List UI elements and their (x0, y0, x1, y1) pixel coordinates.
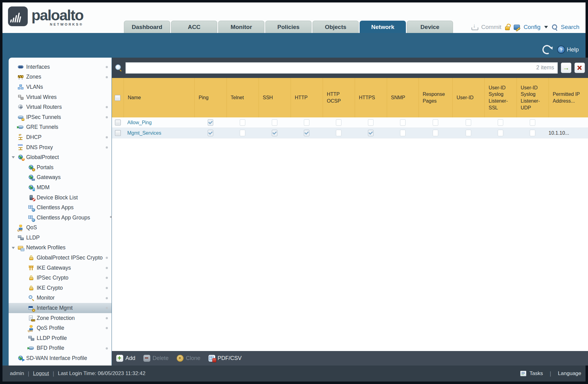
sidebar-item-sd-wan-interface-profile[interactable]: SD-WAN Interface Profile (9, 353, 112, 363)
sidebar-item-zones[interactable]: Zones (9, 72, 112, 82)
help-icon[interactable]: ? (557, 46, 565, 54)
sidebar-item-portals[interactable]: Portals (9, 162, 112, 173)
sidebar-item-ike-gateways[interactable]: IKE Gateways (9, 263, 112, 273)
sidebar-item-label: Interface Mgmt (37, 305, 73, 311)
commit-icon[interactable] (471, 24, 478, 31)
config-caret-icon[interactable] (544, 26, 548, 28)
tab-policies[interactable]: Policies (265, 21, 312, 33)
sidebar-item-zone-protection[interactable]: Zone Protection (9, 313, 112, 323)
language-button[interactable]: Language (558, 370, 581, 377)
sidebar-item-clientless-apps[interactable]: Clientless Apps (9, 202, 112, 213)
apply-filter-button[interactable]: → (561, 63, 571, 73)
portals-icon (28, 165, 34, 170)
tab-objects[interactable]: Objects (312, 21, 359, 33)
tab-network[interactable]: Network (360, 21, 406, 33)
column-header-telnet[interactable]: Telnet (227, 78, 259, 117)
item-dot (106, 66, 108, 68)
sidebar-item-lldp-profile[interactable]: LLDP Profile (9, 333, 112, 343)
sidebar-item-interfaces[interactable]: Interfaces (9, 62, 112, 72)
global-search-icon[interactable] (552, 24, 558, 30)
sidebar-item-qos[interactable]: QoS (9, 223, 112, 233)
pdf-csv-icon (208, 355, 215, 362)
column-header-response-pages[interactable]: Response Pages (419, 78, 452, 117)
lldp-icon (18, 235, 24, 241)
sidebar-item-label: GRE Tunnels (26, 124, 58, 130)
sidebar-item-clientless-app-groups[interactable]: Clientless App Groups (9, 213, 112, 223)
sidebar-item-bfd-profile[interactable]: BFD Profile (9, 343, 112, 353)
column-header-snmp[interactable]: SNMP (387, 78, 419, 117)
sidebar-item-mdm[interactable]: MDM (9, 182, 112, 193)
column-header-user-id-syslog-listener-ssl[interactable]: User-ID Syslog Listener-SSL (484, 78, 517, 117)
sidebar-item-globalprotect-ipsec-crypto[interactable]: GlobalProtect IPSec Crypto (9, 253, 112, 263)
sidebar-item-label: GlobalProtect IPSec Crypto (37, 255, 103, 261)
sidebar-item-label: Interfaces (26, 64, 50, 70)
sidebar-item-interface-mgmt[interactable]: Interface Mgmt (9, 303, 112, 313)
column-header-http[interactable]: HTTP (291, 78, 323, 117)
config-icon[interactable] (514, 24, 521, 30)
check-user-id-unchecked (466, 119, 471, 126)
monitor-icon (28, 295, 34, 301)
sidebar-item-qos-profile[interactable]: QoS Profile (9, 323, 112, 333)
tasks-icon[interactable] (520, 371, 526, 376)
add-button[interactable]: Add (116, 355, 135, 362)
clientless-apps-icon (28, 205, 34, 210)
sidebar-item-ipsec-crypto[interactable]: IPSec Crypto (9, 273, 112, 283)
column-header-https[interactable]: HTTPS (355, 78, 387, 117)
sidebar-item-gateways[interactable]: Gateways (9, 173, 112, 183)
row-name-link[interactable]: Allow_Ping (124, 120, 152, 125)
global-search-button[interactable]: Search (561, 24, 579, 31)
check-response-pages-unchecked (433, 130, 438, 136)
sidebar-item-ipsec-tunnels[interactable]: IPSec Tunnels (9, 112, 112, 122)
network-profiles-icon (18, 245, 24, 251)
tab-dashboard[interactable]: Dashboard (124, 21, 170, 33)
sidebar-item-lldp[interactable]: LLDP (9, 233, 112, 243)
item-dot (106, 287, 108, 289)
sidebar-item-network-profiles[interactable]: Network Profiles (9, 243, 112, 253)
ike-gateways-icon (28, 265, 34, 271)
config-button[interactable]: Config (524, 24, 541, 31)
column-header-name[interactable]: Name (124, 78, 194, 117)
column-header-http-ocsp[interactable]: HTTP OCSP (323, 78, 355, 117)
sidebar-item-dhcp[interactable]: DHCP (9, 132, 112, 142)
select-all-checkbox[interactable] (115, 95, 120, 101)
sidebar-item-ike-crypto[interactable]: IKE Crypto (9, 283, 112, 293)
tab-device[interactable]: Device (407, 21, 453, 33)
row-checkbox[interactable] (115, 120, 121, 125)
check-http-ocsp-unchecked (336, 130, 341, 136)
expand-toggle-icon[interactable] (12, 156, 15, 158)
column-header-user-id-syslog-listener-udp[interactable]: User-ID Syslog Listener-UDP (517, 78, 549, 117)
logout-link[interactable]: Logout (33, 370, 49, 377)
sidebar-item-virtual-wires[interactable]: Virtual Wires (9, 92, 112, 102)
commit-button[interactable]: Commit (481, 24, 501, 31)
sidebar-item-device-block-list[interactable]: Device Block List (9, 193, 112, 203)
column-header-ssh[interactable]: SSH (259, 78, 291, 117)
help-button[interactable]: ? Help (557, 46, 579, 54)
paloalto-logo-icon (8, 6, 28, 26)
expand-toggle-icon[interactable] (12, 247, 15, 249)
lock-icon[interactable] (504, 24, 511, 31)
filter-input[interactable] (125, 62, 558, 74)
sidebar-item-monitor[interactable]: Monitor (9, 293, 112, 303)
column-header-permitted-ip-address[interactable]: Permitted IP Address... (549, 78, 588, 117)
column-header-ping[interactable]: Ping (194, 78, 227, 117)
refresh-icon[interactable] (541, 44, 553, 55)
check-user-id-syslog-listener-udp-unchecked (530, 119, 535, 126)
row-checkbox[interactable] (115, 130, 121, 136)
clear-filter-button[interactable] (574, 63, 585, 73)
sidebar-item-gre-tunnels[interactable]: GRE Tunnels (9, 122, 112, 133)
sidebar-item-dns-proxy[interactable]: DNS Proxy (9, 142, 112, 153)
tab-monitor[interactable]: Monitor (218, 21, 264, 33)
sidebar-item-label: Clientless App Groups (37, 214, 90, 221)
interface-mgmt-icon (28, 305, 34, 311)
sidebar-item-globalprotect[interactable]: GlobalProtect (9, 152, 112, 162)
tab-acc[interactable]: ACC (171, 21, 217, 33)
row-name-link[interactable]: Mgmt_Services (124, 130, 161, 136)
sidebar-item-vlans[interactable]: VLANs (9, 82, 112, 92)
check-http-ocsp-unchecked (336, 119, 341, 126)
sidebar-item-virtual-routers[interactable]: Virtual Routers (9, 102, 112, 112)
permitted-ip-cell: 10.1.10... (549, 128, 588, 138)
check-user-id-unchecked (466, 130, 471, 136)
column-header-user-id[interactable]: User-ID (452, 78, 484, 117)
tasks-button[interactable]: Tasks (529, 370, 543, 377)
pdf-csv-button[interactable]: PDF/CSV (208, 355, 242, 362)
